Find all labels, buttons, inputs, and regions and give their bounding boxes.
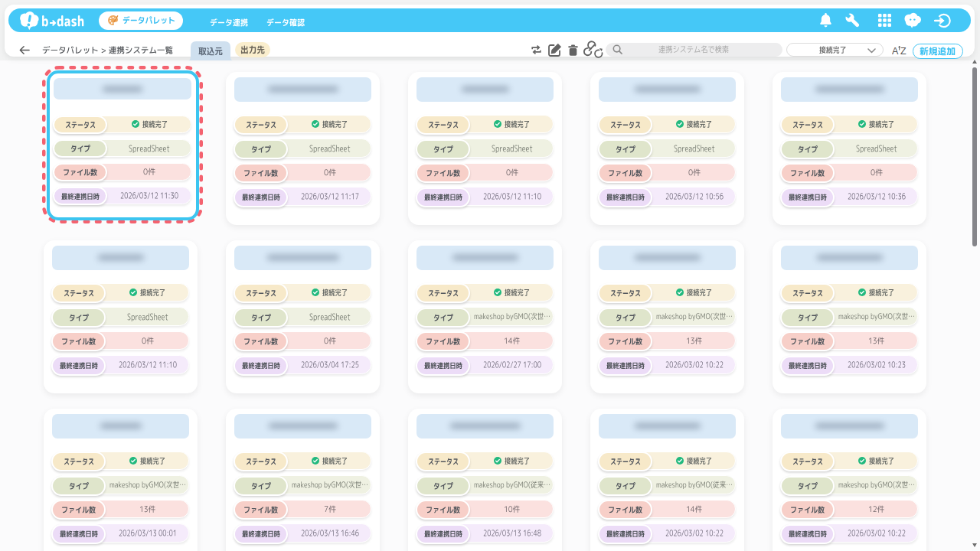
svg-text:A: A xyxy=(892,45,899,56)
svg-text:Z: Z xyxy=(900,45,906,56)
